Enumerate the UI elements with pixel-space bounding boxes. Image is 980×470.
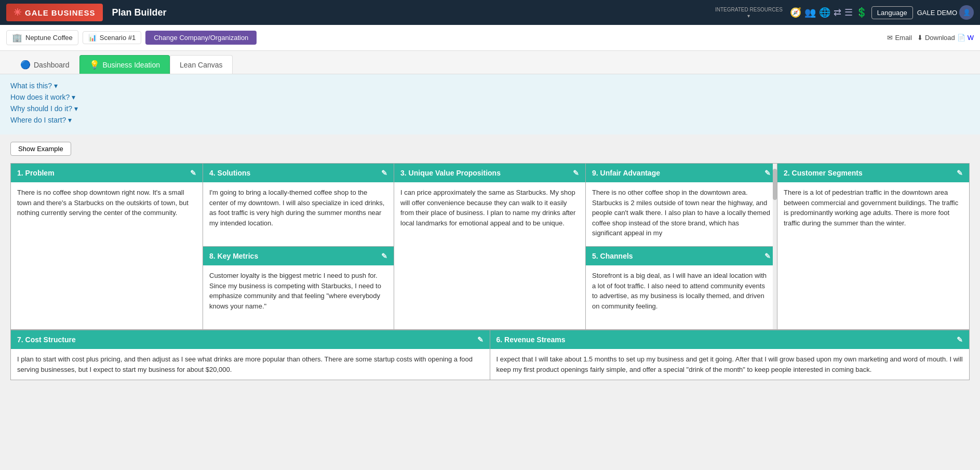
unfair-advantage-edit-icon[interactable]: ✎ [764,169,771,177]
channels-cell: 5. Channels ✎ Storefront is a big deal, … [586,247,777,329]
uvp-body: I can price approximately the same as St… [394,182,585,329]
brand-text: GALE BUSINESS [25,8,96,17]
company-icon: 🏢 [12,33,22,43]
download-label: Download [925,34,955,42]
lean-canvas: 1. Problem ✎ There is no coffee shop dow… [10,163,970,380]
customer-segments-header: 2. Customer Segments ✎ [777,164,969,182]
unfair-advantage-body: There is no other coffee shop in the dow… [586,182,777,239]
language-button[interactable]: Language [871,6,913,19]
scrollbar-thumb[interactable] [773,169,777,200]
customer-segments-cell: 2. Customer Segments ✎ There is a lot of… [777,164,969,329]
solutions-header: 4. Solutions ✎ [203,164,394,182]
top-navigation: ✳ GALE BUSINESS Plan Builder INTEGRATED … [0,0,980,25]
avatar: 👤 [959,5,974,20]
shuffle-icon[interactable]: ⇄ [834,7,841,18]
customer-segments-title: 2. Customer Segments [784,169,863,177]
channels-body: Storefront is a big deal, as I will have… [586,265,777,329]
uvp-cell: 3. Unique Value Propositions ✎ I can pri… [394,164,586,329]
gale-demo[interactable]: GALE DEMO 👤 [917,5,974,20]
key-metrics-title: 8. Key Metrics [209,252,258,260]
show-example-button[interactable]: Show Example [10,142,71,156]
info-area: What is this? ▾ How does it work? ▾ Why … [0,74,980,135]
solutions-edit-icon[interactable]: ✎ [381,169,387,177]
solutions-title: 4. Solutions [209,169,250,177]
email-icon: ✉ [887,34,893,42]
customer-segments-body: There is a lot of pedestrian traffic in … [777,182,969,329]
scenario-icon: 📊 [88,34,97,42]
download-button[interactable]: ⬇ Download 📄 W [917,34,974,42]
channels-edit-icon[interactable]: ✎ [764,252,771,260]
customer-segments-edit-icon[interactable]: ✎ [957,169,963,177]
company-name: Neptune Coffee [25,34,73,42]
channels-title: 5. Channels [592,252,633,260]
company-tag: 🏢 Neptune Coffee [6,30,78,45]
unfair-advantage-title: 9. Unfair Advantage [592,169,660,177]
cost-structure-edit-icon[interactable]: ✎ [477,335,484,344]
problem-title: 1. Problem [17,169,55,177]
problem-edit-icon[interactable]: ✎ [190,169,196,177]
info-link-4[interactable]: Where do I start? ▾ [10,116,970,124]
bulb-icon: 💡 [89,60,100,70]
tabs-bar: 🔵 Dashboard 💡 Business Ideation Lean Can… [0,51,980,74]
tab-lean-canvas[interactable]: Lean Canvas [170,55,233,74]
cost-structure-title: 7. Cost Structure [17,335,76,344]
unfair-channels-col: 9. Unfair Advantage ✎ There is no other … [586,164,777,329]
unfair-advantage-header: 9. Unfair Advantage ✎ [586,164,777,182]
info-link-3[interactable]: Why should I do it? ▾ [10,104,970,113]
solutions-body: I'm going to bring a locally-themed coff… [203,182,394,246]
unfair-advantage-cell: 9. Unfair Advantage ✎ There is no other … [586,164,777,247]
word-icon: W [968,34,974,42]
change-org-button[interactable]: Change Company/Organization [145,31,257,45]
problem-cell: 1. Problem ✎ There is no coffee shop dow… [11,164,203,329]
revenue-streams-body: I expect that I will take about 1.5 mont… [490,349,970,380]
people-icon[interactable]: 👥 [804,7,816,18]
list-icon[interactable]: ☰ [844,7,853,18]
key-metrics-cell: 8. Key Metrics ✎ Customer loyalty is the… [203,247,394,329]
scenario-tag: 📊 Scenario #1 [83,31,141,44]
channels-header: 5. Channels ✎ [586,247,777,265]
globe-icon[interactable]: 🌐 [819,7,830,18]
cost-structure-cell: 7. Cost Structure ✎ I plan to start with… [11,330,490,380]
canvas-bottom-row: 7. Cost Structure ✎ I plan to start with… [11,330,969,380]
key-metrics-edit-icon[interactable]: ✎ [381,252,387,260]
solutions-metrics-col: 4. Solutions ✎ I'm going to bring a loca… [203,164,394,329]
revenue-streams-header: 6. Revenue Streams ✎ [490,330,970,349]
problem-header: 1. Problem ✎ [11,164,203,182]
email-button[interactable]: ✉ Email [887,34,912,42]
uvp-header: 3. Unique Value Propositions ✎ [394,164,585,182]
compass-icon[interactable]: 🧭 [790,7,801,18]
scrollbar[interactable] [773,164,777,247]
info-link-2[interactable]: How does it work? ▾ [10,93,970,101]
cost-structure-header: 7. Cost Structure ✎ [11,330,490,349]
uvp-edit-icon[interactable]: ✎ [573,169,579,177]
second-bar-right: ✉ Email ⬇ Download 📄 W [887,34,974,42]
info-link-1[interactable]: What is this? ▾ [10,82,970,90]
revenue-streams-title: 6. Revenue Streams [496,335,566,344]
integrated-resources: INTEGRATED RESOURCES ▾ [715,6,783,19]
tab-business-ideation[interactable]: 💡 Business Ideation [79,55,170,74]
key-metrics-body: Customer loyalty is the biggest metric I… [203,265,394,329]
integrated-label: INTEGRATED RESOURCES [715,6,783,13]
uvp-title: 3. Unique Value Propositions [400,169,501,177]
tab-business-ideation-label: Business Ideation [103,61,160,69]
nav-icons: 🧭 👥 🌐 ⇄ ☰ 💲 [790,7,867,18]
dashboard-icon: 🔵 [20,60,31,70]
brand-star: ✳ [14,7,22,18]
revenue-streams-cell: 6. Revenue Streams ✎ I expect that I wil… [490,330,970,380]
problem-body: There is no coffee shop downtown right n… [11,182,203,329]
key-metrics-header: 8. Key Metrics ✎ [203,247,394,265]
brand-logo: ✳ GALE BUSINESS [6,4,103,21]
tab-dashboard[interactable]: 🔵 Dashboard [10,55,79,74]
dollar-icon[interactable]: 💲 [856,7,867,18]
tab-lean-canvas-label: Lean Canvas [180,61,223,69]
cost-structure-body: I plan to start with cost plus pricing, … [11,349,490,380]
solutions-cell: 4. Solutions ✎ I'm going to bring a loca… [203,164,394,247]
tab-dashboard-label: Dashboard [34,61,70,69]
second-bar: 🏢 Neptune Coffee 📊 Scenario #1 Change Co… [0,25,980,51]
revenue-streams-edit-icon[interactable]: ✎ [957,335,963,344]
scenario-name: Scenario #1 [100,34,136,42]
email-label: Email [895,34,912,42]
page-title: Plan Builder [112,7,715,18]
show-example-area: Show Example [0,135,980,163]
second-bar-left: 🏢 Neptune Coffee 📊 Scenario #1 Change Co… [6,30,257,45]
